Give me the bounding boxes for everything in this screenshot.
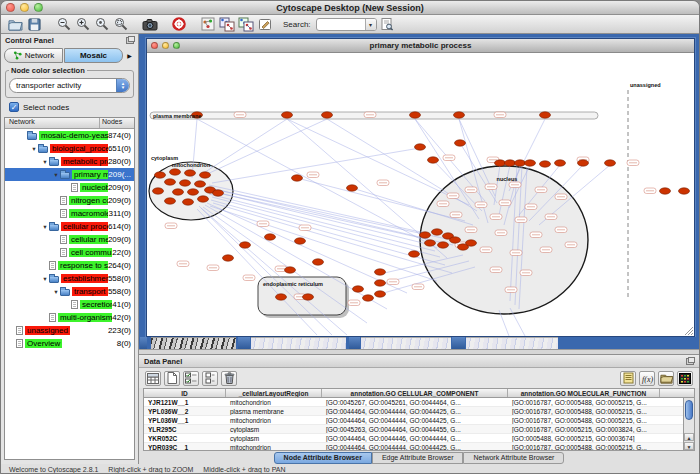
tree-row[interactable]: secretion41(0)	[5, 298, 134, 311]
graph-node[interactable]	[525, 160, 536, 166]
tree-row[interactable]: ▼cellular process614(0)	[5, 220, 134, 233]
column-header-molecular-function[interactable]: annotation.GO MOLECULAR_FUNCTION	[508, 389, 660, 397]
graph-node[interactable]	[223, 255, 234, 261]
open-session-button[interactable]	[7, 16, 24, 32]
table-row[interactable]: YPL036W__2plasma membrane[GO:0044464, GO…	[144, 407, 683, 416]
save-session-button[interactable]	[26, 16, 43, 32]
graph-node[interactable]	[450, 237, 461, 243]
function-builder-icon[interactable]: f(x)	[639, 371, 655, 386]
table-row[interactable]: YDR039C__1mitochondrion[GO:0044464, GO:0…	[144, 443, 683, 451]
tree-row[interactable]: response to stimulu264(0)	[5, 259, 134, 272]
node-color-combo[interactable]: transporter activity ▲▼	[9, 78, 130, 93]
tree-column-network[interactable]: Network	[5, 118, 100, 128]
expand-arrow-icon[interactable]: ▼	[41, 224, 49, 230]
graph-node[interactable]	[180, 180, 191, 186]
search-dropdown-arrow-icon[interactable]: ▾	[365, 18, 376, 31]
graph-node[interactable]	[195, 181, 206, 187]
graph-node[interactable]	[425, 240, 436, 246]
snapshot-camera-icon[interactable]	[141, 16, 158, 32]
tab-network[interactable]: Network	[4, 48, 63, 63]
graph-node[interactable]	[515, 160, 526, 166]
expand-arrow-icon[interactable]: ▼	[41, 159, 49, 165]
graph-node[interactable]	[375, 269, 386, 275]
graph-node[interactable]	[438, 242, 449, 248]
graph-node[interactable]	[540, 161, 551, 167]
graph-node[interactable]	[455, 140, 466, 146]
select-nodes-checkbox[interactable]: ✓	[9, 102, 19, 112]
graph-node[interactable]	[170, 169, 181, 175]
column-header-id[interactable]: ID	[144, 389, 226, 397]
graph-node[interactable]	[155, 172, 166, 178]
tree-row[interactable]: nucleobase-209(0)	[5, 181, 134, 194]
graph-node[interactable]	[165, 179, 176, 185]
graph-node[interactable]	[292, 175, 303, 181]
graph-node[interactable]	[347, 185, 358, 191]
table-row[interactable]: YPL036W__1mitochondrion[GO:0044464, GO:0…	[144, 416, 683, 425]
table-row[interactable]: YKR052Ccytoplasm[GO:0044464, GO:0044446,…	[144, 434, 683, 443]
tree-row[interactable]: ▼metabolic process280(0)	[5, 155, 134, 168]
graph-node[interactable]	[285, 267, 296, 273]
tab-node-attribute-browser[interactable]: Node Attribute Browser	[274, 452, 372, 464]
scrollbar-thumb[interactable]	[685, 400, 693, 420]
search-options-icon[interactable]	[379, 16, 396, 32]
search-input[interactable]	[317, 19, 365, 30]
graph-node[interactable]	[660, 188, 671, 194]
graph-node[interactable]	[240, 242, 251, 248]
tree-column-nodes[interactable]: Nodes	[100, 118, 134, 128]
notes-icon[interactable]	[620, 371, 636, 386]
column-header-region[interactable]: _cellularLayoutRegion	[226, 389, 322, 397]
table-row[interactable]: YLR295Ccytoplasm[GO:0045263, GO:0044464,…	[144, 425, 683, 434]
graph-node[interactable]	[409, 251, 420, 257]
tree-row[interactable]: ▼transport558(0)	[5, 285, 134, 298]
delete-attribute-trash-icon[interactable]	[221, 371, 237, 386]
expand-arrow-icon[interactable]: ▼	[52, 172, 60, 178]
zoom-out-icon[interactable]	[55, 16, 72, 32]
zoom-fit-content-icon[interactable]	[112, 16, 129, 32]
select-attributes-icon[interactable]	[183, 371, 199, 386]
graph-node[interactable]	[555, 160, 566, 166]
float-panel-icon[interactable]	[686, 358, 694, 365]
tab-network-attribute-browser[interactable]: Network Attribute Browser	[463, 452, 564, 464]
import-attributes-folder-icon[interactable]	[658, 371, 674, 386]
graph-node[interactable]	[505, 160, 516, 166]
graph-node[interactable]	[420, 232, 431, 238]
graph-node[interactable]	[282, 112, 293, 118]
graph-node[interactable]	[679, 188, 690, 194]
graph-node[interactable]	[540, 112, 551, 118]
graph-node[interactable]	[432, 229, 443, 235]
graph-node[interactable]	[466, 240, 477, 246]
attribute-matrix-icon[interactable]	[677, 371, 693, 386]
scrollbar-up-icon[interactable]: ▲	[684, 433, 694, 441]
graph-node[interactable]	[183, 199, 194, 205]
tree-row[interactable]: cell communicat22(0)	[5, 246, 134, 259]
tab-overflow-arrow-icon[interactable]: ▶	[124, 48, 135, 63]
tree-row[interactable]: Overview8(0)	[5, 337, 134, 350]
graph-node[interactable]	[265, 234, 276, 240]
attribute-table-icon[interactable]	[145, 371, 161, 386]
network-overlay-icon-1[interactable]	[218, 16, 235, 32]
graph-node[interactable]	[198, 196, 209, 202]
graph-node[interactable]	[185, 170, 196, 176]
graph-node[interactable]	[363, 295, 374, 301]
graph-node[interactable]	[375, 280, 386, 286]
graph-node[interactable]	[605, 160, 616, 166]
graph-node[interactable]	[313, 259, 324, 265]
table-scrollbar[interactable]: ▲ ▼	[683, 398, 694, 450]
window-titlebar[interactable]: Cytoscape Desktop (New Session)	[1, 1, 699, 15]
graph-node[interactable]	[428, 157, 439, 163]
graph-node[interactable]	[353, 286, 364, 292]
scrollbar-down-icon[interactable]: ▼	[684, 442, 694, 450]
network-canvas[interactable]: plasma membranecytoplasmmitochondrionnuc…	[147, 53, 694, 336]
tree-row[interactable]: nitrogen compo209(0)	[5, 194, 134, 207]
graph-node[interactable]	[415, 144, 426, 150]
graph-node[interactable]	[495, 160, 506, 166]
table-row[interactable]: YJR121W__1mitochondrion[GO:0045267, GO:0…	[144, 398, 683, 407]
network-overlay-icon-2[interactable]	[237, 16, 254, 32]
graph-node[interactable]	[188, 189, 199, 195]
tree-row[interactable]: multi-organism pro42(0)	[5, 311, 134, 324]
float-panel-icon[interactable]	[126, 37, 134, 44]
unselect-attributes-icon[interactable]	[202, 371, 218, 386]
graph-node[interactable]	[153, 188, 164, 194]
tree-row[interactable]: ▼establishment of lo558(0)	[5, 272, 134, 285]
graph-node[interactable]	[165, 198, 176, 204]
